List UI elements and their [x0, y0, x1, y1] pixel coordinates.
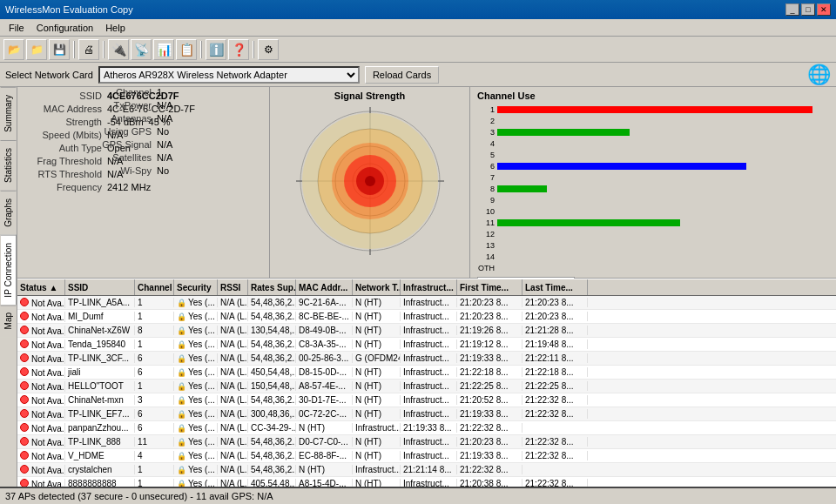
col-header-mac[interactable]: MAC Addr... — [296, 279, 353, 295]
network-card-select[interactable]: Atheros AR928X Wireless Network Adapter — [98, 66, 360, 84]
list-cell: 6 — [135, 409, 174, 419]
table-row[interactable]: Not Ava...TP-LINK_88811🔒Yes (...N/A (L..… — [17, 435, 836, 449]
col-header-infra[interactable]: Infrastruct... — [401, 279, 457, 295]
radar-display — [292, 103, 448, 264]
list-cell: 🔒Yes (... — [174, 451, 218, 460]
list-button[interactable]: 📋 — [176, 39, 197, 60]
table-row[interactable]: Not Ava...panpanZzhou...6🔒Yes (...N/A (L… — [17, 421, 836, 435]
tab-statistics[interactable]: Statistics — [0, 140, 17, 191]
status-dot — [20, 423, 29, 432]
list-cell: Not Ava... — [17, 479, 65, 487]
antennas-value: N/A — [157, 113, 172, 124]
tab-summary[interactable]: Summary — [0, 87, 17, 140]
list-cell: 21:22:18 8... — [522, 367, 588, 377]
table-row[interactable]: Not Ava...ChinaNet-mxn3🔒Yes (...N/A (L..… — [17, 393, 836, 407]
list-cell: 3 — [135, 395, 174, 405]
satellites-label: Satellites — [96, 152, 157, 163]
list-cell: Not Ava... — [17, 326, 65, 336]
txpower-value: N/A — [157, 100, 172, 111]
channel-row: 14 — [477, 252, 829, 262]
col-header-security[interactable]: Security — [174, 279, 218, 295]
lock-icon: 🔒 — [177, 424, 186, 433]
table-row[interactable]: Not Ava...ChinaNet-xZ6W8🔒Yes (...N/A (L.… — [17, 324, 836, 338]
lock-icon: 🔒 — [177, 354, 186, 363]
channel-number: 2 — [477, 117, 495, 125]
table-row[interactable]: Not Ava...crystalchen1🔒Yes (...N/A (L...… — [17, 463, 836, 477]
menu-file[interactable]: File — [3, 22, 30, 34]
minimize-button[interactable]: _ — [785, 3, 799, 16]
statusbar: 37 APs detected (37 secure - 0 unsecured… — [0, 487, 836, 504]
reload-cards-button[interactable]: Reload Cards — [365, 66, 439, 84]
table-row[interactable]: Not Ava...MI_Dumf1🔒Yes (...N/A (L...54,4… — [17, 310, 836, 324]
svg-point-11 — [365, 176, 375, 186]
list-cell: Infrastruct... — [401, 479, 457, 487]
col-header-status[interactable]: Status▲ — [17, 279, 65, 295]
channel-title: Channel Use — [477, 91, 829, 101]
table-row[interactable]: Not Ava...Tenda_1958401🔒Yes (...N/A (L..… — [17, 338, 836, 352]
new-button[interactable]: 📂 — [3, 39, 24, 60]
list-cell: 9C-21-6A-... — [296, 298, 353, 307]
list-cell: 4 — [135, 451, 174, 460]
list-cell: jiali — [65, 367, 135, 377]
col-header-network[interactable]: Network T... — [353, 279, 401, 295]
channel-row: 1 — [477, 104, 829, 115]
list-cell: 21:22:32 8... — [522, 409, 588, 419]
lock-icon: 🔒 — [177, 326, 186, 335]
col-header-first[interactable]: First Time... — [457, 279, 522, 295]
col-header-rssi[interactable]: RSSI — [218, 279, 248, 295]
txpower-label: TxPower — [96, 100, 157, 111]
list-cell: N/A (L... — [218, 479, 248, 487]
list-cell: N (HT) — [353, 451, 401, 460]
table-row[interactable]: Not Ava...HELLO"TOOT1🔒Yes (...N/A (L...1… — [17, 380, 836, 393]
list-cell: 54,48,36,2... — [248, 465, 296, 474]
toolbar-separator4 — [253, 41, 254, 58]
list-cell: Infrastruct... — [401, 339, 457, 349]
channel-bar-container — [497, 140, 829, 147]
channel-row: 5 — [477, 150, 829, 160]
status-dot — [20, 367, 29, 376]
status-dot — [20, 465, 29, 474]
save-button[interactable]: 💾 — [49, 39, 70, 60]
print-button[interactable]: 🖨 — [78, 39, 99, 60]
col-header-last[interactable]: Last Time... — [522, 279, 588, 295]
table-row[interactable]: Not Ava...jiali6🔒Yes (...N/A (L...450,54… — [17, 366, 836, 380]
close-button[interactable]: ✕ — [817, 3, 831, 16]
list-cell: N/A (L... — [218, 465, 248, 474]
table-row[interactable]: Not Ava...TP-LINK_EF7...6🔒Yes (...N/A (L… — [17, 407, 836, 421]
tab-ip-connection[interactable]: IP Connection — [0, 235, 17, 306]
list-cell: 🔒Yes (... — [174, 326, 218, 335]
connect-button[interactable]: 🔌 — [108, 39, 129, 60]
table-row[interactable]: Not Ava...V_HDME4🔒Yes (...N/A (L...54,48… — [17, 449, 836, 463]
help-button[interactable]: ❓ — [228, 39, 249, 60]
tab-map[interactable]: Map — [0, 305, 17, 337]
col-header-rates[interactable]: Rates Sup... — [248, 279, 296, 295]
scan-button[interactable]: 📡 — [131, 39, 152, 60]
list-cell: 0C-72-2C-... — [296, 409, 353, 419]
list-body[interactable]: Not Ava...TP-LINK_A5A...1🔒Yes (...N/A (L… — [17, 296, 836, 487]
list-cell: V_HDME — [65, 451, 135, 460]
col-header-ssid[interactable]: SSID — [65, 279, 135, 295]
table-row[interactable]: Not Ava...88888888881🔒Yes (...N/A (L...4… — [17, 477, 836, 487]
channel-row: 3 — [477, 127, 829, 138]
maximize-button[interactable]: □ — [801, 3, 815, 16]
info-button[interactable]: ℹ️ — [206, 39, 226, 60]
mac-label: MAC Address — [24, 104, 107, 114]
list-cell: 1 — [135, 339, 174, 349]
chart-button[interactable]: 📊 — [153, 39, 174, 60]
list-header: Status▲ SSID Channel Security RSSI Rates… — [17, 279, 836, 296]
tab-graphs[interactable]: Graphs — [0, 191, 17, 235]
list-cell: 11 — [135, 437, 174, 447]
settings-button[interactable]: ⚙ — [258, 39, 279, 60]
col-header-channel[interactable]: Channel — [135, 279, 174, 295]
list-cell: Not Ava... — [17, 381, 65, 392]
freq-row: Frequency 2412 MHz — [24, 182, 262, 192]
open-button[interactable]: 📁 — [26, 39, 47, 60]
table-row[interactable]: Not Ava...TP-LINK_3CF...6🔒Yes (...N/A (L… — [17, 352, 836, 366]
table-row[interactable]: Not Ava...TP-LINK_A5A...1🔒Yes (...N/A (L… — [17, 296, 836, 310]
list-cell: 54,48,36,2... — [248, 437, 296, 447]
status-dot — [20, 312, 29, 320]
menu-configuration[interactable]: Configuration — [31, 22, 98, 34]
list-cell: Not Ava... — [17, 312, 65, 322]
status-dot — [20, 479, 29, 487]
menu-help[interactable]: Help — [100, 22, 131, 34]
